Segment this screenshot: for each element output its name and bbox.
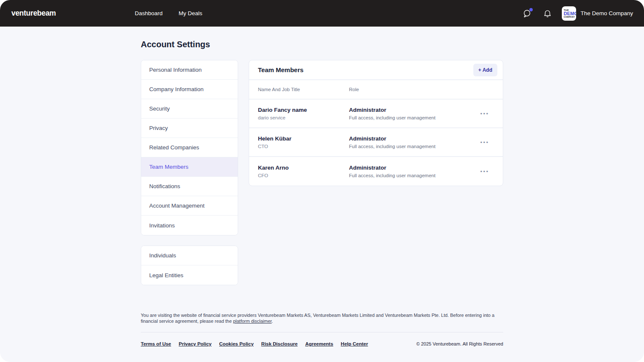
table-row: Karen Arno CFO Administrator Full access… <box>249 157 503 186</box>
company-name: The Demo Company <box>580 10 633 16</box>
nav-my-deals[interactable]: My Deals <box>179 10 202 16</box>
panel-title: Team Members <box>258 66 303 73</box>
topbar-actions: THE DEMO COMPANY The Demo Company <box>522 6 633 21</box>
entities-nav-card: Individuals Legal Entities <box>141 246 238 285</box>
member-name: Dario Fancy name <box>258 107 349 113</box>
app-window: venturebeam Dashboard My Deals <box>0 0 644 362</box>
row-more-menu-icon[interactable]: ••• <box>480 140 489 145</box>
panel-header: Team Members + Add <box>249 60 503 80</box>
company-logo: THE DEMO COMPANY <box>562 6 576 21</box>
footer-link-risk-disclosure[interactable]: Risk Disclosure <box>261 341 298 346</box>
member-role-cell: Administrator Full access, including use… <box>349 135 467 149</box>
row-more-menu-icon[interactable]: ••• <box>480 169 489 174</box>
member-role: Administrator <box>349 135 467 142</box>
add-member-button[interactable]: + Add <box>473 64 497 76</box>
unread-dot <box>529 8 533 11</box>
sidebar-item-personal-information[interactable]: Personal Information <box>141 60 238 80</box>
member-name: Helen Kübar <box>258 135 349 142</box>
member-role-description: Full access, including user management <box>349 173 467 178</box>
bell-icon[interactable] <box>542 8 553 19</box>
footer-link-help-center[interactable]: Help Center <box>341 341 368 346</box>
member-menu-cell: ••• <box>467 140 503 145</box>
footer-link-agreements[interactable]: Agreements <box>305 341 333 346</box>
member-name-cell: Helen Kübar CTO <box>249 135 349 149</box>
row-more-menu-icon[interactable]: ••• <box>480 111 489 116</box>
copyright-notice: © 2025 Venturebeam. All Rights Reserved <box>416 341 503 346</box>
sidebar-item-invitations[interactable]: Invitations <box>141 216 238 235</box>
main-content: Account Settings Personal Information Co… <box>0 27 644 362</box>
member-role-cell: Administrator Full access, including use… <box>349 165 467 178</box>
footer-link-terms-of-use[interactable]: Terms of Use <box>141 341 171 346</box>
sidebar-item-individuals[interactable]: Individuals <box>141 246 238 265</box>
sidebar-item-notifications[interactable]: Notifications <box>141 177 238 196</box>
company-logo-line: COMPANY <box>564 16 576 18</box>
sidebar-item-account-management[interactable]: Account Management <box>141 196 238 216</box>
page-title: Account Settings <box>141 27 503 49</box>
table-header-row: Name And Job Title Role <box>249 80 503 100</box>
nav-dashboard[interactable]: Dashboard <box>135 10 163 16</box>
team-members-panel: Team Members + Add Name And Job Title Ro… <box>249 60 503 186</box>
table-row: Helen Kübar CTO Administrator Full acces… <box>249 128 503 157</box>
table-row: Dario Fancy name dario service Administr… <box>249 100 503 128</box>
member-name-cell: Karen Arno CFO <box>249 165 349 178</box>
sidebar-item-legal-entities[interactable]: Legal Entities <box>141 265 238 285</box>
member-role-description: Full access, including user management <box>349 115 467 120</box>
sidebar-item-security[interactable]: Security <box>141 99 238 119</box>
member-menu-cell: ••• <box>467 169 503 174</box>
footer-links-bar: Terms of Use Privacy Policy Cookies Poli… <box>141 332 503 346</box>
topbar: venturebeam Dashboard My Deals <box>0 0 644 27</box>
member-role: Administrator <box>349 165 467 171</box>
member-job-title: CFO <box>258 173 349 178</box>
column-role: Role <box>349 87 503 92</box>
column-name-and-job-title: Name And Job Title <box>249 87 349 92</box>
disclaimer-text: You are visiting the website of financia… <box>141 313 494 324</box>
venturebeam-logo[interactable]: venturebeam <box>11 9 56 18</box>
member-role: Administrator <box>349 107 467 113</box>
sidebar-item-related-companies[interactable]: Related Companies <box>141 138 238 157</box>
sidebar-item-company-information[interactable]: Company Information <box>141 80 238 99</box>
member-menu-cell: ••• <box>467 111 503 116</box>
legal-disclaimer: You are visiting the website of financia… <box>141 312 503 324</box>
member-job-title: CTO <box>258 144 349 149</box>
platform-disclaimer-link[interactable]: platform disclaimer <box>233 319 272 324</box>
settings-sidebar: Personal Information Company Information… <box>141 60 238 285</box>
top-navigation: Dashboard My Deals <box>135 10 202 16</box>
member-name: Karen Arno <box>258 165 349 171</box>
footer-link-cookies-policy[interactable]: Cookies Policy <box>219 341 254 346</box>
account-menu[interactable]: THE DEMO COMPANY The Demo Company <box>562 6 633 21</box>
footer-link-privacy-policy[interactable]: Privacy Policy <box>179 341 212 346</box>
member-role-cell: Administrator Full access, including use… <box>349 107 467 120</box>
settings-nav-card: Personal Information Company Information… <box>141 60 238 235</box>
company-logo-line: DEMO <box>564 11 576 16</box>
chat-icon[interactable] <box>522 8 532 19</box>
disclaimer-suffix: . <box>272 319 273 324</box>
sidebar-item-team-members[interactable]: Team Members <box>141 157 238 177</box>
member-name-cell: Dario Fancy name dario service <box>249 107 349 120</box>
sidebar-item-privacy[interactable]: Privacy <box>141 119 238 138</box>
member-role-description: Full access, including user management <box>349 144 467 149</box>
member-job-title: dario service <box>258 115 349 120</box>
